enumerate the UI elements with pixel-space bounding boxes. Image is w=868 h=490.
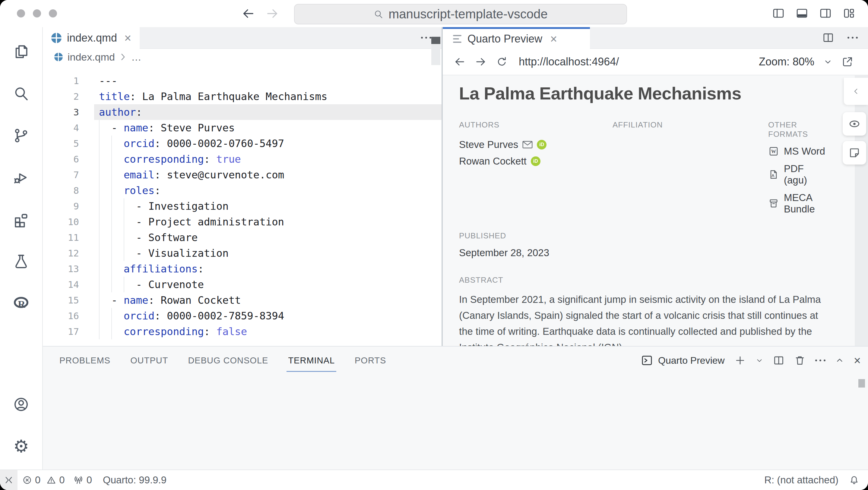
command-center-search[interactable]: manuscript-template-vscode [294,4,627,24]
breadcrumb-more[interactable]: … [131,51,142,63]
terminal-line[interactable] [60,443,868,456]
split-editor-icon[interactable] [822,32,834,44]
close-panel-icon[interactable]: × [854,354,861,366]
terminal-line[interactable] [60,430,868,443]
editor-tab-index-qmd[interactable]: index.qmd × [43,27,140,49]
format-label[interactable]: MS Word [784,145,825,157]
code-line[interactable]: 15 - name: Rowan Cockett [43,292,441,308]
extensions-icon[interactable] [0,198,42,240]
terminal-dropdown-chevron-icon[interactable] [755,357,763,364]
code-line[interactable]: 2 title: La Palma Earthquake Mechanisms [43,89,441,104]
accounts-icon[interactable] [0,383,42,425]
terminal-line[interactable] [60,380,868,392]
code-line[interactable]: 16 orcid: 0000-0002-7859-8394 [43,308,441,324]
terminal-output[interactable] [43,374,868,456]
notes-button[interactable] [843,141,866,165]
editor-scrollbar[interactable] [431,37,440,65]
format-link[interactable]: W A PDF (agu) [768,163,829,186]
format-label[interactable]: MECA Bundle [784,192,829,215]
panel-tab[interactable]: TERMINAL [278,347,345,374]
refresh-icon[interactable] [496,56,508,68]
preview-more-actions-icon[interactable] [847,37,858,39]
code-text[interactable]: corresponding: true [99,151,241,167]
toggle-secondary-sidebar-icon[interactable] [819,7,832,20]
preview-forward-icon[interactable] [475,56,487,68]
code-text[interactable]: - name: Rowan Cockett [99,292,241,308]
visibility-toggle-button[interactable] [843,112,866,136]
code-line[interactable]: 17 corresponding: false [43,324,441,339]
code-editor[interactable]: 1 --- 2 title: La Palma Earthquake Mecha… [43,65,441,346]
panel-more-actions-icon[interactable] [815,360,826,361]
settings-gear-icon[interactable]: ⚙ [0,425,42,467]
editor-more-actions-icon[interactable] [421,37,431,39]
code-line[interactable]: 4 - name: Steve Purves [43,120,441,136]
code-line[interactable]: 13 affiliations: [43,261,441,276]
orcid-icon[interactable]: iD [537,140,547,150]
panel-tab[interactable]: PROBLEMS [50,347,120,374]
code-line[interactable]: 8 roles: [43,183,441,198]
kill-terminal-trash-icon[interactable] [794,355,806,366]
close-preview-tab-icon[interactable]: × [550,33,557,45]
split-terminal-icon[interactable] [773,355,784,366]
code-line[interactable]: 9 - Investigation [43,198,441,214]
panel-tab[interactable]: OUTPUT [120,347,178,374]
zoom-window-button[interactable] [49,9,57,18]
collapse-panel-button[interactable] [844,78,868,105]
search-view-icon[interactable] [0,73,42,115]
close-tab-icon[interactable]: × [124,32,131,44]
orcid-icon[interactable]: iD [531,156,540,166]
code-line[interactable]: 11 - Software [43,230,441,245]
maximize-panel-chevron-icon[interactable] [835,356,844,365]
format-label[interactable]: PDF (agu) [784,163,829,186]
code-line[interactable]: 14 - Curvenote [43,276,441,292]
toggle-primary-sidebar-icon[interactable] [772,7,785,20]
breadcrumb[interactable]: index.qmd … [43,49,441,65]
code-text[interactable]: --- [99,73,117,89]
terminal-line[interactable] [60,418,868,430]
code-line[interactable]: 7 email: steve@curvenote.com [43,167,441,183]
remote-indicator[interactable] [0,470,18,490]
url-input[interactable]: http://localhost:4964/ [519,56,750,68]
new-terminal-icon[interactable] [734,355,746,366]
code-text[interactable]: author: [99,104,142,120]
terminal-scrollbar[interactable] [858,379,865,388]
panel-tab[interactable]: PORTS [345,347,396,374]
format-link[interactable]: W A MS Word [768,145,829,157]
source-control-icon[interactable] [0,115,42,156]
code-line[interactable]: 3 author: [43,104,441,120]
r-language-icon[interactable]: R [0,282,42,324]
code-text[interactable]: title: La Palma Earthquake Mechanisms [99,89,327,104]
run-and-debug-icon[interactable] [0,156,42,198]
history-forward-button[interactable] [266,7,279,21]
code-text[interactable]: corresponding: false [99,324,247,339]
r-status[interactable]: R: (not attached) [764,474,838,486]
code-text[interactable]: - Project administration [99,214,284,230]
terminal-line[interactable] [60,392,868,405]
code-text[interactable]: orcid: 0000-0002-0760-5497 [99,136,284,151]
terminal-session-chip[interactable]: Quarto Preview [641,354,725,367]
code-text[interactable]: orcid: 0000-0002-7859-8394 [99,308,284,324]
code-line[interactable]: 5 orcid: 0000-0002-0760-5497 [43,136,441,151]
customize-layout-icon[interactable] [843,7,855,20]
format-link[interactable]: W A MECA Bundle [768,192,829,215]
code-text[interactable]: - Curvenote [99,276,204,292]
notifications-bell-icon[interactable] [849,475,860,486]
code-text[interactable]: - Investigation [99,198,228,214]
preview-back-icon[interactable] [454,56,466,68]
code-text[interactable]: affiliations: [99,261,204,276]
toggle-panel-icon[interactable] [796,7,808,20]
problems-status[interactable]: 0 0 [22,474,65,486]
explorer-icon[interactable] [0,31,42,73]
open-external-icon[interactable] [841,56,854,68]
quarto-preview-tab[interactable]: Quarto Preview × [443,27,590,49]
code-text[interactable]: roles: [99,183,161,198]
code-line[interactable]: 6 corresponding: true [43,151,441,167]
code-line[interactable]: 12 - Visualization [43,245,441,261]
code-text[interactable]: - Visualization [99,245,228,261]
quarto-version-status[interactable]: Quarto: 99.9.9 [103,474,166,486]
code-line[interactable]: 10 - Project administration [43,214,441,230]
code-text[interactable]: - name: Steve Purves [99,120,235,136]
panel-tab[interactable]: DEBUG CONSOLE [178,347,278,374]
testing-icon[interactable] [0,240,42,282]
zoom-control-label[interactable]: Zoom: 80% [759,56,814,68]
